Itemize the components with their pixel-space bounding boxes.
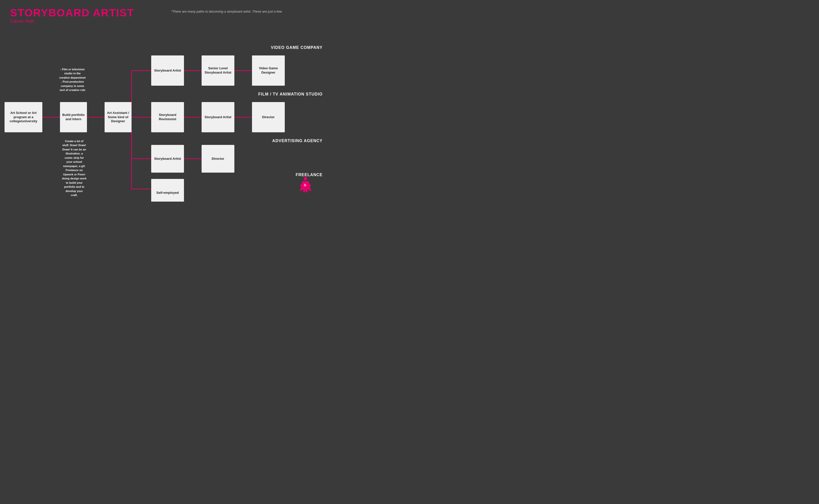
svg-text:G: G: [304, 183, 306, 187]
header-subtitle: Career Path: [10, 19, 318, 24]
label-below-portfolio: Create a lot of stuff. Draw! Draw! Draw!…: [56, 135, 92, 197]
page: STORYBOARD ARTIST Career Path *There are…: [0, 0, 328, 202]
node-storyboard-artist-adv: Storyboard Artist: [151, 145, 184, 173]
superhero-icon: G: [299, 177, 312, 194]
node-storyboard-artist-vg: Storyboard Artist: [151, 55, 184, 86]
node-art-school: Art School or Art program at a college/u…: [5, 102, 42, 132]
label-above-portfolio: - Film or television studio in the creat…: [55, 63, 89, 92]
node-senior-level: Senior Level Storyboard Artist: [202, 55, 234, 86]
node-director-adv: Director: [202, 145, 234, 173]
node-build-portfolio: Build portfolio and Intern: [60, 102, 87, 132]
node-art-assistant: Art Assistant / Some kind of Designer: [105, 102, 132, 132]
node-video-game-designer: Video Game Designer: [252, 55, 285, 86]
node-storyboard-revisionist: Storyboard Revisionist: [151, 102, 184, 132]
header-note: *There are many paths to becoming a stor…: [136, 10, 318, 13]
section-film-tv: FILM / TV ANIMATION STUDIO: [258, 92, 323, 97]
node-director-film: Director: [252, 102, 285, 132]
node-self-employed: Self-employed: [151, 179, 184, 202]
node-storyboard-artist-film: Storyboard Artist: [202, 102, 234, 132]
svg-point-14: [304, 177, 307, 180]
section-advertising: ADVERTISING AGENCY: [272, 139, 323, 143]
section-video-game: VIDEO GAME COMPANY: [271, 45, 323, 50]
flow-container: Art School or Art program at a college/u…: [0, 30, 328, 199]
